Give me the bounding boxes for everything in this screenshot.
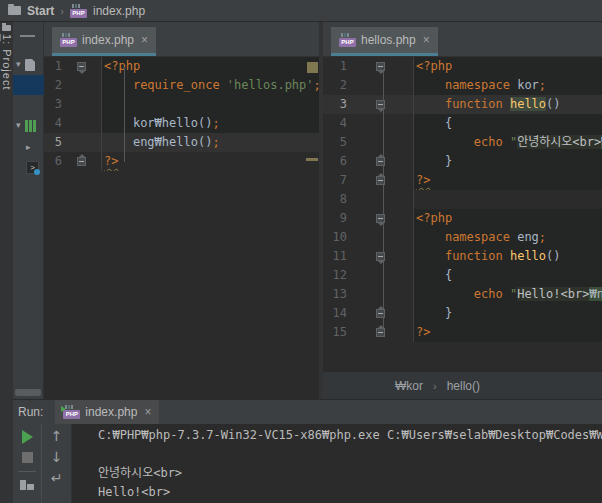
fold-up-icon[interactable] — [347, 152, 413, 171]
fold-up-icon[interactable] — [347, 323, 413, 342]
code-text: require_once 'hellos.php'; — [101, 76, 319, 95]
breadcrumb-file[interactable]: index.php — [93, 4, 145, 18]
fold-up-icon[interactable] — [62, 152, 101, 171]
fold-spacer — [347, 190, 413, 209]
php-file-icon: PHP — [339, 33, 356, 47]
code-line[interactable]: 5 echo "안녕하시오<br>₩n"; — [323, 133, 602, 152]
chevron-right-icon: › — [60, 5, 64, 17]
restore-layout-icon[interactable] — [20, 480, 34, 490]
code-line[interactable]: 7?> — [323, 171, 602, 190]
close-icon[interactable]: × — [141, 33, 148, 47]
fold-spacer — [62, 114, 101, 133]
project-tool-button[interactable]: 1: Project — [0, 25, 13, 90]
code-line[interactable]: 3 — [44, 95, 319, 114]
fold-spacer — [62, 76, 101, 95]
code-line[interactable]: 5 eng₩hello(); — [44, 133, 319, 152]
warning-stripe-mark[interactable] — [306, 158, 318, 161]
code-line[interactable]: 1<?php — [323, 57, 602, 76]
run-body: ↑ ↓ ↵ C:₩PHP₩php-7.3.7-Win32-VC15-x86₩ph… — [13, 424, 602, 503]
down-arrow-icon[interactable]: ↓ — [51, 450, 63, 464]
run-config-icon: PHP — [63, 405, 80, 419]
breadcrumb-function[interactable]: hello() — [447, 379, 480, 393]
line-number: 1 — [323, 57, 347, 76]
structure-selected-row[interactable] — [13, 75, 44, 95]
php-file-icon: PHP — [60, 33, 77, 47]
editor-tabbar-right: PHP hellos.php × — [323, 22, 602, 57]
tab-index-php[interactable]: PHP index.php × — [52, 27, 156, 56]
up-arrow-icon[interactable]: ↑ — [51, 429, 63, 443]
line-number: 1 — [44, 57, 62, 76]
code-line[interactable]: 15?> — [323, 323, 602, 342]
code-line[interactable]: 4 kor₩hello(); — [44, 114, 319, 133]
run-tab-index-php[interactable]: PHP index.php × — [55, 400, 159, 424]
breadcrumb-folder[interactable]: Start — [27, 4, 54, 18]
structure-collapsed-row[interactable]: ▸ — [13, 138, 44, 157]
code-text: function hello() — [413, 247, 602, 266]
run-console[interactable]: C:₩PHP₩php-7.3.7-Win32-VC15-x86₩php.exe … — [71, 424, 602, 503]
code-line[interactable]: 9<?php — [323, 209, 602, 228]
structure-function-row[interactable]: > — [13, 158, 44, 177]
editor-right-body[interactable]: 1<?php2 namespace kor;3 function hello()… — [323, 57, 602, 398]
fold-spacer — [62, 95, 101, 114]
line-number: 3 — [323, 95, 347, 114]
line-number: 5 — [323, 133, 347, 152]
code-text: namespace kor; — [413, 76, 602, 95]
console-line: C:₩PHP₩php-7.3.7-Win32-VC15-x86₩php.exe … — [98, 426, 602, 445]
code-line[interactable]: 6?> — [44, 152, 319, 171]
code-line[interactable]: 1<?php — [44, 57, 319, 76]
chevron-down-icon[interactable]: ▾ — [16, 60, 21, 69]
rerun-icon[interactable] — [22, 430, 33, 444]
code-line[interactable]: 12 { — [323, 266, 602, 285]
code-line[interactable]: 10 namespace eng; — [323, 228, 602, 247]
chevron-right-icon[interactable]: ▸ — [26, 143, 31, 152]
code-line[interactable]: 13 echo "Hello!<br>₩n"; — [323, 285, 602, 304]
structure-root-row[interactable]: ▾ — [13, 55, 44, 74]
fold-spacer — [347, 266, 413, 285]
code-line[interactable]: 6 } — [323, 152, 602, 171]
code-line[interactable]: 3 function hello() — [323, 95, 602, 114]
fold-down-icon[interactable] — [62, 57, 101, 76]
line-number: 2 — [323, 76, 347, 95]
editor-tabbar-left: PHP index.php × — [44, 22, 319, 57]
line-number: 13 — [323, 285, 347, 304]
hide-panel-icon[interactable] — [20, 35, 35, 37]
fold-spacer — [347, 228, 413, 247]
tab-hellos-php[interactable]: PHP hellos.php × — [331, 27, 438, 56]
fold-up-icon[interactable] — [347, 304, 413, 323]
run-toolbar-primary — [13, 424, 41, 503]
editor-left-body[interactable]: 1<?php2 require_once 'hellos.php';34 kor… — [44, 57, 319, 398]
code-text: } — [413, 152, 602, 171]
line-number: 2 — [44, 76, 62, 95]
line-number: 11 — [323, 247, 347, 266]
code-line[interactable]: 2 namespace kor; — [323, 76, 602, 95]
code-text: } — [413, 304, 602, 323]
scrollbar-thumb[interactable] — [15, 389, 41, 396]
structure-bars-icon — [25, 120, 36, 132]
fold-down-icon[interactable] — [347, 209, 413, 228]
close-icon[interactable]: × — [144, 405, 151, 419]
breadcrumb-namespace[interactable]: ₩kor — [395, 379, 423, 393]
inspection-status-square[interactable] — [307, 62, 318, 73]
code-line[interactable]: 8 — [323, 190, 602, 209]
code-line[interactable]: 2 require_once 'hellos.php'; — [44, 76, 319, 95]
code-text: <?php — [413, 57, 602, 76]
fold-guide-line — [124, 67, 125, 162]
code-line[interactable]: 14 } — [323, 304, 602, 323]
code-text: namespace eng; — [413, 228, 602, 247]
chevron-down-icon[interactable]: ▾ — [16, 121, 21, 130]
fold-down-icon[interactable] — [347, 95, 413, 114]
left-tool-strip: 1: Project — [0, 22, 13, 503]
console-line — [98, 445, 602, 464]
fold-up-icon[interactable] — [347, 171, 413, 190]
code-line[interactable]: 11 function hello() — [323, 247, 602, 266]
stop-icon[interactable] — [22, 452, 33, 463]
line-number: 8 — [323, 190, 347, 209]
code-text: ?> — [413, 171, 602, 190]
code-line[interactable]: 4 { — [323, 114, 602, 133]
fold-down-icon[interactable] — [347, 247, 413, 266]
close-icon[interactable]: × — [423, 33, 430, 47]
fold-down-icon[interactable] — [347, 57, 413, 76]
structure-group-row[interactable]: ▾ — [13, 116, 44, 135]
soft-wrap-icon[interactable]: ↵ — [51, 471, 63, 485]
breadcrumb: Start › PHP index.php — [0, 0, 602, 22]
